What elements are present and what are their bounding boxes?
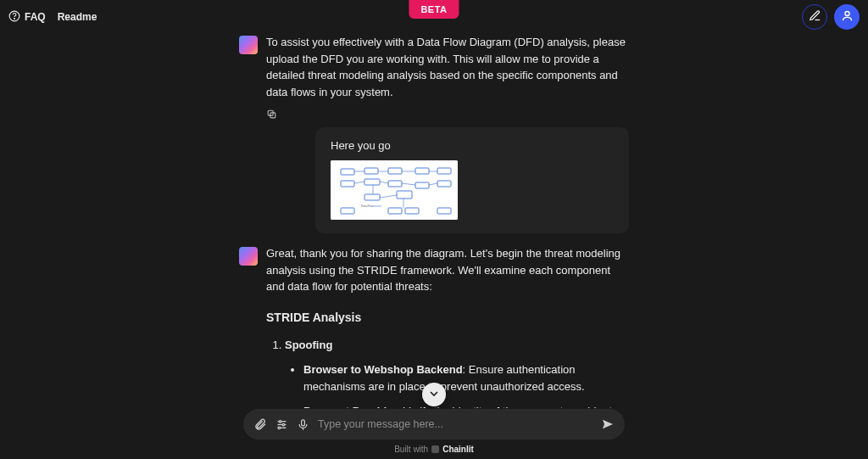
svg-point-1 (14, 18, 15, 19)
point-subject: Browser to Webshop Backend (303, 363, 463, 376)
assistant-text: To assist you effectively with a Data Fl… (266, 34, 629, 100)
assistant-avatar-icon (239, 247, 258, 266)
header-left: FAQ Readme (8, 10, 97, 25)
svg-point-38 (282, 423, 285, 426)
message-actions (266, 109, 629, 122)
voice-button[interactable] (297, 418, 309, 431)
built-with-label: Built with (394, 445, 428, 454)
svg-point-2 (845, 12, 849, 16)
readme-link[interactable]: Readme (58, 11, 97, 23)
svg-text:Data Flow: Data Flow (361, 204, 374, 208)
composer (243, 409, 625, 439)
send-button[interactable] (601, 417, 615, 431)
assistant-intro: Great, thank you for sharing the diagram… (266, 245, 629, 295)
list-item: Payment Provider: Verify the identity of… (303, 403, 629, 408)
new-chat-button[interactable] (802, 4, 827, 30)
assistant-body: Great, thank you for sharing the diagram… (266, 245, 629, 408)
user-text: Here you go (331, 139, 614, 152)
scroll-to-bottom-button[interactable] (422, 383, 446, 406)
chainlit-logo-icon (431, 445, 439, 453)
stride-heading: STRIDE Analysis (266, 309, 629, 327)
user-icon (841, 9, 854, 25)
user-menu-button[interactable] (834, 4, 860, 30)
user-message: Here you go (315, 127, 629, 233)
chainlit-link[interactable]: Chainlit (442, 445, 474, 454)
paperclip-icon (253, 417, 267, 431)
faq-label: FAQ (25, 11, 46, 23)
list-item: Spoofing Browser to Webshop Backend: Ens… (285, 337, 629, 409)
svg-point-36 (279, 420, 281, 423)
send-icon (601, 417, 615, 431)
point-subject: Payment Provider (303, 405, 398, 408)
chevron-down-icon (427, 387, 441, 403)
settings-button[interactable] (275, 418, 288, 431)
microphone-icon (297, 418, 309, 431)
list-item: Browser to Webshop Backend: Ensure authe… (303, 361, 629, 395)
composer-area: Built with Chainlit (0, 409, 868, 459)
beta-label: BETA (420, 4, 447, 14)
header-right (802, 4, 860, 30)
assistant-avatar-icon (239, 36, 258, 54)
stride-points: Browser to Webshop Backend: Ensure authe… (285, 361, 629, 408)
readme-label: Readme (58, 11, 97, 23)
stride-category: Spoofing (285, 339, 332, 351)
svg-rect-41 (302, 419, 305, 425)
svg-point-40 (278, 427, 281, 429)
message-input[interactable] (318, 418, 593, 430)
compose-icon (809, 9, 821, 25)
stride-list: Spoofing Browser to Webshop Backend: Ens… (266, 337, 629, 409)
beta-badge: BETA (409, 0, 459, 19)
sliders-icon (275, 418, 288, 431)
attached-image[interactable]: Data Flow (331, 160, 458, 220)
attach-button[interactable] (253, 417, 267, 431)
copy-icon[interactable] (266, 109, 277, 122)
footer-credit: Built with Chainlit (394, 445, 474, 454)
faq-link[interactable]: FAQ (8, 10, 46, 25)
assistant-message: To assist you effectively with a Data Fl… (239, 34, 629, 100)
conversation-pane: To assist you effectively with a Data Fl… (0, 34, 868, 408)
svg-rect-5 (331, 160, 458, 220)
help-icon (8, 10, 20, 25)
